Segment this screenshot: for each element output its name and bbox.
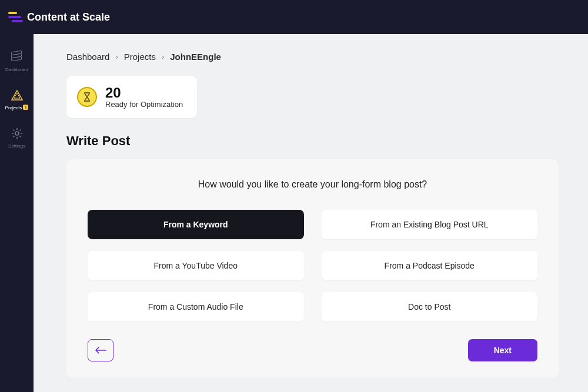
write-post-card: How would you like to create your long-f… (66, 159, 559, 378)
sidebar-item-label: Settings (8, 143, 25, 149)
main-content: Dashboard › Projects › JohnEEngle 20 Rea… (34, 34, 588, 392)
stack-icon (11, 51, 24, 63)
status-label: Ready for Optimization (105, 100, 183, 109)
sidebar: Dashboard Projectsi Settings (0, 34, 34, 392)
sidebar-item-projects[interactable]: Projectsi (0, 89, 34, 110)
option-from-audio-file[interactable]: From a Custom Audio File (88, 292, 304, 321)
sidebar-item-settings[interactable]: Settings (0, 127, 34, 149)
brand-name: Content at Scale (27, 11, 110, 24)
option-doc-to-post[interactable]: Doc to Post (322, 292, 538, 321)
breadcrumb-dashboard[interactable]: Dashboard (66, 52, 109, 62)
warning-triangle-icon (11, 89, 24, 102)
sidebar-item-label: Dashboard (5, 67, 28, 72)
sidebar-item-dashboard[interactable]: Dashboard (0, 51, 34, 72)
brand-logo[interactable]: Content at Scale (8, 11, 110, 24)
section-title: Write Post (66, 133, 559, 149)
option-from-podcast[interactable]: From a Podcast Episode (322, 251, 538, 280)
status-count: 20 (105, 85, 183, 100)
chevron-right-icon: › (162, 52, 164, 61)
topbar: Content at Scale (0, 0, 588, 34)
option-from-keyword[interactable]: From a Keyword (88, 210, 304, 239)
breadcrumb-current: JohnEEngle (170, 52, 221, 62)
back-button[interactable] (88, 339, 113, 361)
card-prompt: How would you like to create your long-f… (88, 179, 537, 190)
breadcrumb-projects[interactable]: Projects (124, 52, 156, 62)
hourglass-badge-icon (77, 87, 97, 107)
card-footer: Next (88, 339, 537, 361)
next-button[interactable]: Next (468, 339, 537, 361)
svg-point-0 (15, 132, 19, 135)
option-from-existing-url[interactable]: From an Existing Blog Post URL (322, 210, 538, 239)
chevron-right-icon: › (115, 52, 118, 61)
logo-icon (8, 12, 21, 22)
gear-icon (11, 127, 24, 140)
breadcrumb: Dashboard › Projects › JohnEEngle (66, 52, 559, 62)
info-badge-icon: i (23, 105, 28, 110)
status-card: 20 Ready for Optimization (66, 76, 197, 118)
arrow-left-icon (95, 346, 106, 354)
option-from-youtube[interactable]: From a YouTube Video (88, 251, 304, 280)
option-grid: From a Keyword From an Existing Blog Pos… (88, 210, 537, 321)
sidebar-item-label: Projectsi (5, 105, 29, 110)
